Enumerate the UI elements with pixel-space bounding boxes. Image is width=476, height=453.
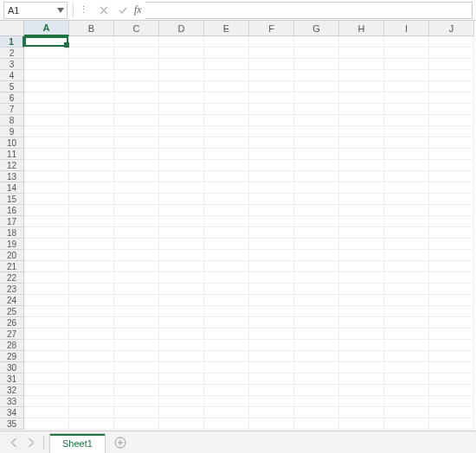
cell[interactable] xyxy=(24,362,69,373)
cell[interactable] xyxy=(114,306,159,317)
cell[interactable] xyxy=(249,81,294,93)
cell[interactable] xyxy=(159,115,204,126)
cell[interactable] xyxy=(294,70,339,81)
cell[interactable] xyxy=(384,59,429,70)
cell[interactable] xyxy=(384,295,429,306)
cell[interactable] xyxy=(114,250,159,261)
cell[interactable] xyxy=(204,59,249,70)
cell[interactable] xyxy=(114,81,159,93)
cell[interactable] xyxy=(159,93,204,104)
cell[interactable] xyxy=(339,182,384,194)
cell[interactable] xyxy=(114,93,159,104)
cell[interactable] xyxy=(384,93,429,104)
row-header-1[interactable]: 1 xyxy=(0,36,24,48)
cell[interactable] xyxy=(69,36,114,48)
cell[interactable] xyxy=(159,351,204,362)
row-header-28[interactable]: 28 xyxy=(0,340,24,351)
cell[interactable] xyxy=(159,48,204,59)
cell[interactable] xyxy=(24,418,69,430)
cell[interactable] xyxy=(429,329,474,340)
row-header-25[interactable]: 25 xyxy=(0,306,24,317)
cell[interactable] xyxy=(429,317,474,329)
select-all-corner[interactable] xyxy=(0,21,24,36)
cell[interactable] xyxy=(114,36,159,48)
cell[interactable] xyxy=(384,104,429,115)
cell[interactable] xyxy=(24,160,69,171)
cell[interactable] xyxy=(294,160,339,171)
cell[interactable] xyxy=(204,351,249,362)
cell[interactable] xyxy=(69,340,114,351)
cell[interactable] xyxy=(339,340,384,351)
cell[interactable] xyxy=(249,182,294,194)
cell[interactable] xyxy=(204,306,249,317)
row-header-4[interactable]: 4 xyxy=(0,70,24,81)
cell[interactable] xyxy=(339,239,384,250)
cell[interactable] xyxy=(339,351,384,362)
cell[interactable] xyxy=(24,70,69,81)
cell[interactable] xyxy=(114,418,159,430)
cell[interactable] xyxy=(204,396,249,407)
cell[interactable] xyxy=(384,194,429,205)
cell[interactable] xyxy=(204,126,249,137)
cell[interactable] xyxy=(294,272,339,284)
cell[interactable] xyxy=(159,126,204,137)
cell[interactable] xyxy=(204,137,249,149)
cell[interactable] xyxy=(204,205,249,216)
cell[interactable] xyxy=(69,418,114,430)
cell[interactable] xyxy=(69,205,114,216)
cell[interactable] xyxy=(69,216,114,227)
cell[interactable] xyxy=(24,373,69,385)
cell[interactable] xyxy=(159,216,204,227)
cells-region[interactable] xyxy=(24,36,476,431)
cell[interactable] xyxy=(24,317,69,329)
cell[interactable] xyxy=(384,126,429,137)
cell[interactable] xyxy=(69,227,114,239)
row-header-22[interactable]: 22 xyxy=(0,272,24,284)
cell[interactable] xyxy=(114,182,159,194)
cell[interactable] xyxy=(114,104,159,115)
cell[interactable] xyxy=(384,36,429,48)
cell[interactable] xyxy=(339,70,384,81)
cell[interactable] xyxy=(204,329,249,340)
cell[interactable] xyxy=(114,317,159,329)
cell[interactable] xyxy=(429,239,474,250)
formula-input[interactable] xyxy=(145,2,473,19)
cell[interactable] xyxy=(69,104,114,115)
row-header-3[interactable]: 3 xyxy=(0,59,24,70)
cell[interactable] xyxy=(114,59,159,70)
cell[interactable] xyxy=(114,385,159,396)
cell[interactable] xyxy=(294,115,339,126)
cell[interactable] xyxy=(384,329,429,340)
cell[interactable] xyxy=(69,59,114,70)
cell[interactable] xyxy=(294,171,339,182)
cell[interactable] xyxy=(204,171,249,182)
cell[interactable] xyxy=(339,373,384,385)
cell[interactable] xyxy=(69,81,114,93)
column-header-E[interactable]: E xyxy=(204,21,249,36)
cell[interactable] xyxy=(249,48,294,59)
cell[interactable] xyxy=(249,126,294,137)
row-header-10[interactable]: 10 xyxy=(0,137,24,149)
cell[interactable] xyxy=(114,373,159,385)
cell[interactable] xyxy=(339,36,384,48)
cell[interactable] xyxy=(159,385,204,396)
cell[interactable] xyxy=(249,137,294,149)
cell[interactable] xyxy=(69,160,114,171)
cell[interactable] xyxy=(249,36,294,48)
cell[interactable] xyxy=(24,36,69,48)
cancel-icon[interactable] xyxy=(96,3,112,18)
cell[interactable] xyxy=(429,362,474,373)
cell[interactable] xyxy=(294,104,339,115)
name-box-dropdown-icon[interactable] xyxy=(55,3,67,18)
cell[interactable] xyxy=(159,171,204,182)
row-header-26[interactable]: 26 xyxy=(0,317,24,329)
cell[interactable] xyxy=(339,194,384,205)
cell[interactable] xyxy=(159,194,204,205)
cell[interactable] xyxy=(294,93,339,104)
cell[interactable] xyxy=(24,171,69,182)
cell[interactable] xyxy=(204,104,249,115)
cell[interactable] xyxy=(114,194,159,205)
row-header-7[interactable]: 7 xyxy=(0,104,24,115)
tab-nav-prev-icon[interactable] xyxy=(7,434,23,451)
cell[interactable] xyxy=(204,407,249,418)
